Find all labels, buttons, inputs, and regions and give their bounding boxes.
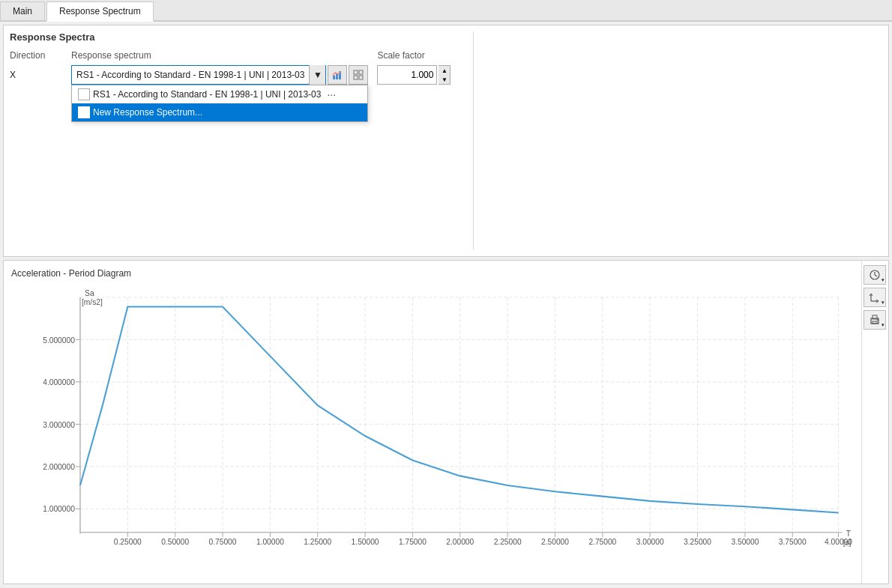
dropdown-item-rs1-label: RS1 - According to Standard - EN 1998-1 … xyxy=(93,89,321,100)
print-icon xyxy=(869,314,881,326)
svg-text:0.75000: 0.75000 xyxy=(209,538,237,546)
item-icon-rs1 xyxy=(78,88,90,100)
column-headers: Direction Response spectrum Scale factor xyxy=(10,50,467,61)
svg-text:2.25000: 2.25000 xyxy=(494,538,522,546)
dropdown-item-new-label: New Response Spectrum... xyxy=(93,107,202,118)
spectrum-dropdown-menu: RS1 - According to Standard - EN 1998-1 … xyxy=(71,85,368,122)
chart-area: Acceleration - Period Diagram xyxy=(4,261,861,584)
print-tool-dropdown-arrow: ▾ xyxy=(882,322,885,328)
svg-text:0.50000: 0.50000 xyxy=(161,538,189,546)
chart-svg: 1.000000 2.000000 3.000000 4.000000 5.00… xyxy=(11,282,854,572)
direction-x: X xyxy=(10,70,62,80)
data-row-x: X RS1 - According to Standard - EN 1998-… xyxy=(10,65,467,85)
top-panel: Response Spectra Direction Response spec… xyxy=(3,25,889,257)
clock-icon xyxy=(869,269,881,281)
scale-spinner: ▲ ▼ xyxy=(439,65,450,85)
spectrum-dropdown-arrow[interactable]: ▼ xyxy=(309,65,325,85)
svg-text:[s]: [s] xyxy=(843,539,852,547)
svg-rect-3 xyxy=(354,70,358,74)
header-direction: Direction xyxy=(10,50,62,61)
svg-text:1.50000: 1.50000 xyxy=(352,538,379,546)
axis-tool-button[interactable]: ▾ xyxy=(864,288,886,307)
clock-tool-button[interactable]: ▾ xyxy=(864,265,886,285)
scale-spin-up[interactable]: ▲ xyxy=(439,66,450,75)
svg-text:1.75000: 1.75000 xyxy=(399,538,427,546)
print-tool-button[interactable]: ▾ xyxy=(864,310,886,330)
svg-text:2.50000: 2.50000 xyxy=(541,538,569,546)
svg-text:3.00000: 3.00000 xyxy=(636,538,664,546)
tab-response-spectrum[interactable]: Response Spectrum xyxy=(46,1,154,22)
dropdown-item-new[interactable]: New Response Spectrum... xyxy=(72,103,367,121)
grid-icon xyxy=(353,70,364,80)
svg-rect-4 xyxy=(359,70,363,74)
chart-edit-icon xyxy=(332,70,343,80)
svg-line-82 xyxy=(875,275,877,276)
item-icon-new xyxy=(78,106,90,118)
chart-toolbar: ▾ ▾ ▾ xyxy=(861,261,888,584)
svg-text:0.25000: 0.25000 xyxy=(114,538,142,546)
left-section: Response Spectra Direction Response spec… xyxy=(10,31,474,250)
svg-text:4.000000: 4.000000 xyxy=(43,378,75,387)
svg-text:3.000000: 3.000000 xyxy=(43,420,75,428)
svg-text:2.00000: 2.00000 xyxy=(446,538,474,546)
chart-container: 1.000000 2.000000 3.000000 4.000000 5.00… xyxy=(11,282,854,572)
more-options-button[interactable]: ··· xyxy=(327,88,336,100)
edit-spectrum-button[interactable] xyxy=(328,65,347,85)
scale-factor-container: ▲ ▼ xyxy=(377,65,467,85)
svg-text:3.50000: 3.50000 xyxy=(731,538,759,546)
svg-text:Sa: Sa xyxy=(85,289,94,297)
tab-bar: Main Response Spectrum xyxy=(0,0,892,22)
clock-tool-dropdown-arrow: ▾ xyxy=(882,277,885,283)
main-content: Response Spectra Direction Response spec… xyxy=(0,22,892,587)
svg-rect-0 xyxy=(333,76,335,79)
svg-rect-5 xyxy=(354,76,358,79)
spectrum-dropdown-container: RS1 - According to Standard - EN 1998-1 … xyxy=(71,65,368,85)
svg-text:5.000000: 5.000000 xyxy=(43,336,75,344)
header-scale-factor: Scale factor xyxy=(377,50,467,61)
svg-text:2.75000: 2.75000 xyxy=(588,538,616,546)
svg-text:T: T xyxy=(846,530,852,538)
spectrum-select-text: RS1 - According to Standard - EN 1998-1 … xyxy=(72,68,309,82)
scale-factor-input[interactable] xyxy=(377,65,437,85)
svg-rect-6 xyxy=(359,76,363,79)
svg-text:3.75000: 3.75000 xyxy=(779,538,807,546)
scale-spin-down[interactable]: ▼ xyxy=(439,75,450,84)
grid-view-button[interactable] xyxy=(349,65,368,85)
chevron-down-icon: ▼ xyxy=(313,70,322,80)
header-response-spectrum: Response spectrum xyxy=(71,50,368,61)
dropdown-item-rs1[interactable]: RS1 - According to Standard - EN 1998-1 … xyxy=(72,85,367,103)
chart-title: Acceleration - Period Diagram xyxy=(11,268,854,279)
spectrum-select[interactable]: RS1 - According to Standard - EN 1998-1 … xyxy=(71,65,326,85)
svg-text:[m/s2]: [m/s2] xyxy=(82,298,103,306)
svg-point-92 xyxy=(877,319,879,321)
right-section xyxy=(474,31,882,250)
tab-main[interactable]: Main xyxy=(0,1,45,20)
svg-text:1.25000: 1.25000 xyxy=(304,538,331,546)
axis-icon xyxy=(869,291,881,303)
svg-text:3.25000: 3.25000 xyxy=(684,538,711,546)
svg-rect-91 xyxy=(873,321,877,324)
section-title: Response Spectra xyxy=(10,31,467,43)
svg-text:1.00000: 1.00000 xyxy=(256,538,284,546)
bottom-panel: Acceleration - Period Diagram xyxy=(3,260,889,584)
svg-text:2.000000: 2.000000 xyxy=(43,463,75,471)
axis-tool-dropdown-arrow: ▾ xyxy=(882,300,885,306)
svg-text:1.000000: 1.000000 xyxy=(43,505,75,513)
